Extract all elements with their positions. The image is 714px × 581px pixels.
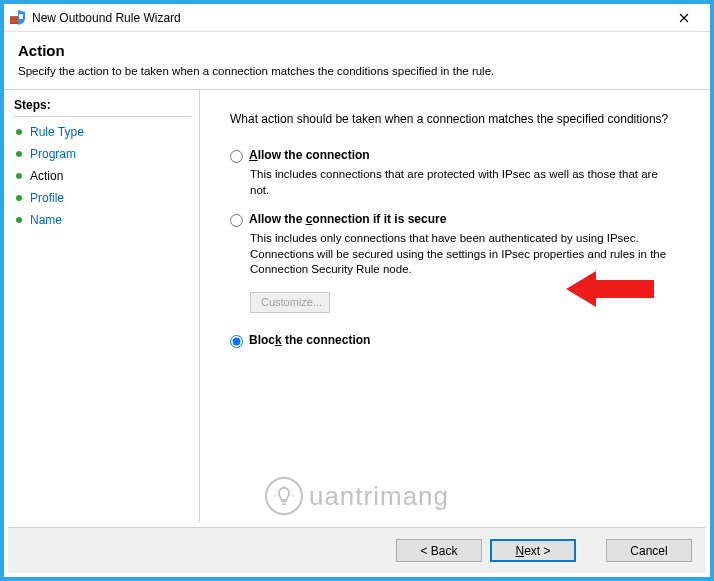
steps-heading: Steps: (14, 98, 191, 112)
cancel-button-label: Cancel (630, 544, 667, 558)
titlebar: New Outbound Rule Wizard (4, 4, 710, 32)
radio-allow-secure[interactable] (230, 214, 243, 227)
action-question: What action should be taken when a conne… (230, 112, 680, 126)
window-title: New Outbound Rule Wizard (32, 11, 664, 25)
step-label: Name (30, 213, 62, 227)
option-block-label: Block the connection (249, 333, 370, 347)
step-label: Action (30, 169, 63, 183)
radio-block[interactable] (230, 335, 243, 348)
cancel-button[interactable]: Cancel (606, 539, 692, 562)
steps-divider (14, 116, 191, 117)
customize-button: Customize... (250, 292, 330, 313)
next-button[interactable]: Next > (490, 539, 576, 562)
bullet-icon (16, 129, 22, 135)
close-icon (679, 13, 689, 23)
close-button[interactable] (664, 5, 704, 31)
wizard-header: Action Specify the action to be taken wh… (4, 32, 710, 89)
option-block[interactable]: Block the connection (230, 333, 680, 348)
wizard-buttons: < Back Next > Cancel (8, 527, 706, 573)
bullet-icon (16, 195, 22, 201)
option-allow-secure-label: Allow the connection if it is secure (249, 212, 446, 226)
option-allow-secure-desc: This includes only connections that have… (250, 231, 670, 278)
step-profile[interactable]: Profile (14, 187, 191, 209)
steps-sidebar: Steps: Rule Type Program Action Profile … (4, 90, 200, 522)
radio-allow[interactable] (230, 150, 243, 163)
bullet-icon (16, 173, 22, 179)
back-button[interactable]: < Back (396, 539, 482, 562)
step-label: Rule Type (30, 125, 84, 139)
bullet-icon (16, 151, 22, 157)
step-label: Profile (30, 191, 64, 205)
option-allow-desc: This includes connections that are prote… (250, 167, 670, 198)
back-button-label: < Back (420, 544, 457, 558)
step-rule-type[interactable]: Rule Type (14, 121, 191, 143)
page-title: Action (18, 42, 696, 59)
bullet-icon (16, 217, 22, 223)
page-subtitle: Specify the action to be taken when a co… (18, 65, 696, 77)
step-program[interactable]: Program (14, 143, 191, 165)
option-allow-secure[interactable]: Allow the connection if it is secure (230, 212, 680, 227)
option-allow[interactable]: Allow the connection (230, 148, 680, 163)
main-area: Steps: Rule Type Program Action Profile … (4, 90, 710, 522)
svg-rect-4 (19, 16, 23, 19)
option-allow-label: Allow the connection (249, 148, 370, 162)
step-name[interactable]: Name (14, 209, 191, 231)
step-action: Action (14, 165, 191, 187)
wizard-content: What action should be taken when a conne… (200, 90, 710, 522)
next-button-label: Next > (515, 544, 550, 558)
step-label: Program (30, 147, 76, 161)
firewall-icon (10, 10, 26, 26)
